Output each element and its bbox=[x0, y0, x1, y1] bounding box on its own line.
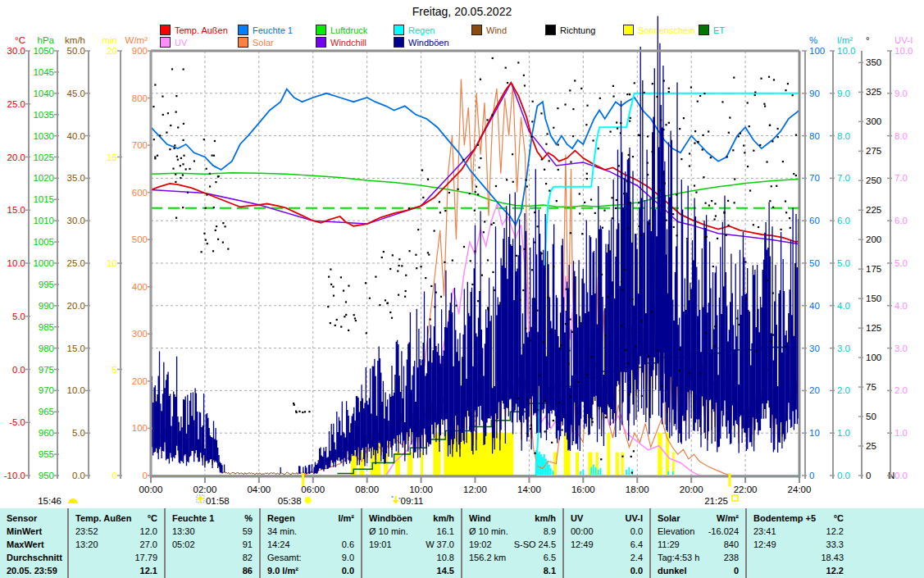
sun-marker-label: 05:38 bbox=[278, 496, 302, 506]
axis-tick-label: 60 bbox=[809, 216, 820, 225]
axis-tick-label: 80 bbox=[809, 131, 820, 141]
axis-tick-label: 50.0 bbox=[67, 46, 85, 56]
cell-value: 2.4 bbox=[630, 551, 643, 564]
cell-time: 23:41 bbox=[753, 525, 776, 538]
column-unit: % bbox=[244, 512, 253, 525]
cell-time: Ø 10 min. bbox=[469, 525, 508, 538]
cell-time: Elevation bbox=[658, 525, 694, 538]
axis-unit-header: min bbox=[102, 35, 117, 45]
axis-tick-label: 90 bbox=[809, 89, 820, 98]
axis-tick-label: 0 bbox=[809, 471, 814, 480]
axis-tick-label: 8.0 bbox=[837, 131, 850, 141]
column-unit: km/h bbox=[535, 512, 556, 525]
cell-time: 19:01 bbox=[369, 538, 392, 551]
cell-value: 0.0 bbox=[630, 564, 643, 577]
column-header: Temp. Außen bbox=[75, 512, 131, 525]
sun-marker-label: 21:25 bbox=[704, 496, 728, 506]
axis-tick-label: 1025 bbox=[33, 152, 54, 162]
axis-tick-label: 30.0 bbox=[67, 216, 85, 225]
axis-°C: -10.0-5.00.05.010.015.020.025.030.0°C bbox=[4, 35, 30, 480]
cell-value: 86 bbox=[243, 564, 253, 577]
cell-time: 11:29 bbox=[658, 538, 680, 551]
axis-tick-label: 4.0 bbox=[837, 301, 850, 311]
axis-tick-label: 0 bbox=[112, 471, 117, 480]
axis-tick-label: 225 bbox=[866, 205, 881, 215]
cell-value: 12.0 bbox=[140, 525, 157, 538]
axis-tick-label: 1005 bbox=[33, 237, 54, 247]
cell-value: 91 bbox=[243, 538, 253, 551]
table-row-label-column: SensorMinWertMaxWertDurchschnitt20.05. 2… bbox=[0, 508, 67, 578]
table-column-bodentemp-5: Bodentemp +5°C23:4112.212:4933.318.4312.… bbox=[745, 508, 924, 578]
axis-tick-label: 700 bbox=[132, 140, 148, 150]
axis-tick-label: 5.0 bbox=[894, 258, 908, 268]
column-header: Bodentemp +5 bbox=[753, 512, 816, 525]
axis-tick-label: 20.0 bbox=[7, 152, 25, 162]
axis-tick-label: 250 bbox=[866, 175, 881, 185]
axis-tick-label: 5.0 bbox=[837, 258, 850, 268]
column-header: Solar bbox=[658, 512, 680, 525]
cell-value: 840 bbox=[724, 538, 739, 551]
axis-tick-label: 20.0 bbox=[67, 301, 85, 311]
axis-tick-label: 40.0 bbox=[67, 131, 85, 141]
cell-value: 6.4 bbox=[630, 538, 643, 551]
axis-unit-header: ° bbox=[866, 35, 870, 45]
axis-tick-label: 985 bbox=[39, 322, 54, 332]
axis-tick-label: 0.0 bbox=[894, 471, 908, 480]
series-windboeen bbox=[151, 16, 799, 475]
axis-hPa: 9509559609659709759809859909951000100510… bbox=[33, 35, 59, 480]
axis-tick-label: 0.0 bbox=[72, 471, 85, 480]
row-label: Durchschnitt bbox=[7, 551, 62, 564]
axis-tick-label: 100 bbox=[809, 46, 825, 56]
axis-tick-label: 15.0 bbox=[67, 344, 85, 353]
axis-tick-label: 7.0 bbox=[894, 173, 908, 183]
axis-tick-label: 0 bbox=[866, 471, 871, 480]
axis-tick-label: 350 bbox=[866, 57, 881, 67]
axis-UVI: 0.01.02.03.04.05.06.07.08.09.010.0UV-I bbox=[887, 35, 913, 480]
cell-time: 19:02 bbox=[469, 538, 492, 551]
axis-tick-label: 1045 bbox=[33, 67, 54, 77]
axis-tick-label: 200 bbox=[132, 376, 148, 386]
weather-station-day-chart: Freitag, 20.05.2022 Temp. AußenFeuchte 1… bbox=[0, 0, 924, 578]
axis-unit-header: UV-I bbox=[894, 35, 913, 45]
axis-tick-label: 20 bbox=[809, 385, 820, 395]
table-column-temp-au-en: Temp. Außen°C23:5212.013:2027.017.7912.1 bbox=[67, 508, 164, 578]
row-label: Sensor bbox=[7, 512, 37, 525]
cell-time: 00:00 bbox=[571, 525, 594, 538]
axis-tick-label: 800 bbox=[132, 93, 148, 103]
cell-time: 156.2 km bbox=[469, 551, 506, 564]
axis-unit-header: % bbox=[809, 35, 817, 45]
axis-tick-label: 0.0 bbox=[837, 471, 850, 480]
cell-value: 59 bbox=[243, 525, 253, 538]
axis-tick-label: 10.0 bbox=[7, 258, 25, 268]
axis-tick-label: 10.0 bbox=[67, 385, 85, 395]
axis-tick-label: 1010 bbox=[33, 216, 54, 225]
row-label: 20.05. 23:59 bbox=[7, 564, 57, 577]
axis-tick-label: 980 bbox=[39, 344, 54, 353]
axis-tick-label: 10 bbox=[809, 428, 820, 438]
column-header: UV bbox=[571, 512, 583, 525]
axis-tick-label: 100 bbox=[132, 423, 148, 433]
axis-tick-label: 995 bbox=[39, 280, 54, 289]
axis-tick-label: 8.0 bbox=[894, 131, 908, 141]
axis-tick-label: 25.0 bbox=[7, 99, 25, 109]
axis-tick-label: 30 bbox=[809, 344, 820, 353]
column-header: Regen bbox=[267, 512, 295, 525]
cell-value: 238 bbox=[724, 551, 739, 564]
x-axis-tick-label: 04:00 bbox=[247, 485, 271, 494]
cell-value: 18.43 bbox=[821, 551, 844, 564]
cell-value: 27.0 bbox=[140, 538, 157, 551]
cell-value: 33.3 bbox=[826, 538, 844, 551]
axis-tick-label: 400 bbox=[132, 282, 148, 292]
cell-value: 16.1 bbox=[437, 525, 454, 538]
cell-value: 12.1 bbox=[140, 564, 157, 577]
axis-tick-label: 25.0 bbox=[67, 258, 85, 268]
axis-tick-label: 1040 bbox=[33, 89, 54, 98]
axis-tick-label: 2.0 bbox=[894, 385, 908, 395]
axis-tick-label: 275 bbox=[866, 146, 881, 156]
column-unit: °C bbox=[148, 512, 157, 525]
axis-tick-label: 965 bbox=[39, 407, 54, 416]
axis-tick-label: 6.0 bbox=[894, 216, 908, 225]
x-axis-tick-label: 08:00 bbox=[355, 485, 379, 494]
cell-time: 23:52 bbox=[75, 525, 98, 538]
axis-tick-label: 20 bbox=[107, 46, 117, 56]
